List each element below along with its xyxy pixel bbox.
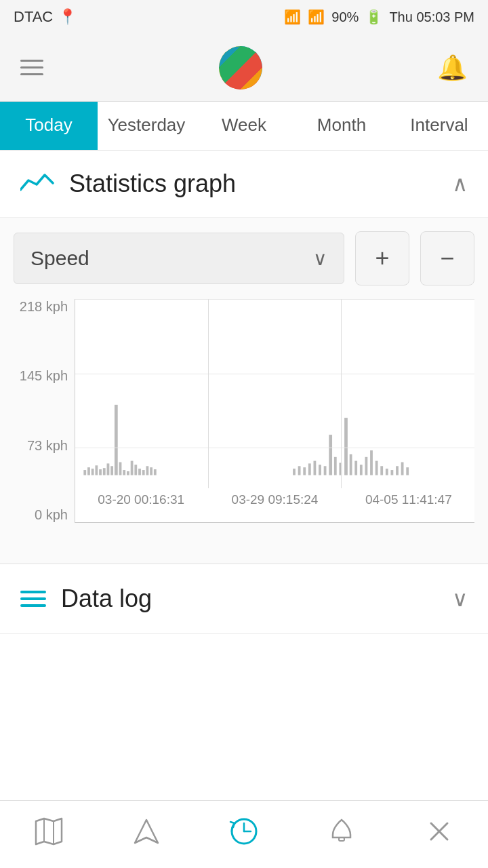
y-axis: 218 kph 145 kph 73 kph 0 kph — [14, 299, 75, 523]
svg-rect-3 — [95, 465, 98, 475]
status-right: 📶 📶 90% 🔋 Thu 05:03 PM — [284, 9, 474, 25]
nav-history[interactable] — [195, 801, 293, 868]
svg-rect-33 — [365, 457, 368, 475]
tab-month[interactable]: Month — [293, 102, 390, 150]
svg-rect-24 — [319, 465, 321, 475]
v-line-2 — [341, 299, 342, 488]
svg-rect-11 — [127, 471, 129, 475]
svg-rect-49 — [339, 837, 344, 841]
nav-navigate[interactable] — [98, 801, 195, 868]
h-line-mid2 — [75, 448, 474, 448]
svg-rect-16 — [146, 466, 149, 475]
tab-bar: Today Yesterday Week Month Interval — [0, 102, 488, 151]
bottom-nav — [0, 800, 488, 868]
data-log-header[interactable]: Data log ∨ — [0, 564, 488, 634]
x-label-2: 03-29 09:15:24 — [209, 492, 340, 522]
close-icon — [426, 818, 453, 851]
svg-rect-5 — [103, 468, 106, 475]
svg-rect-14 — [138, 469, 141, 475]
svg-rect-17 — [150, 467, 152, 475]
svg-rect-34 — [370, 450, 373, 475]
x-axis: 03-20 00:16:31 03-29 09:15:24 04-05 11:4… — [75, 488, 474, 522]
nav-alerts[interactable] — [293, 801, 390, 868]
svg-marker-42 — [36, 818, 62, 844]
bar-chart — [75, 299, 474, 488]
svg-rect-20 — [298, 466, 301, 475]
status-bar: DTAC 📍 📶 📶 90% 🔋 Thu 05:03 PM — [0, 0, 488, 34]
y-label-mid2: 73 kph — [27, 438, 68, 454]
wifi-icon: 📶 — [284, 9, 301, 25]
svg-rect-41 — [406, 467, 409, 475]
x-label-1: 03-20 00:16:31 — [75, 492, 207, 522]
svg-rect-37 — [386, 469, 388, 475]
navigate-icon — [132, 817, 161, 852]
carrier-label: DTAC — [14, 8, 53, 26]
menu-icon[interactable] — [20, 60, 43, 75]
tab-yesterday[interactable]: Yesterday — [98, 102, 195, 150]
battery-icon: 🔋 — [365, 9, 382, 25]
svg-rect-13 — [134, 465, 137, 475]
svg-rect-32 — [360, 465, 363, 475]
svg-rect-18 — [154, 469, 157, 475]
statistics-chevron-icon[interactable]: ∧ — [452, 171, 468, 197]
svg-rect-36 — [380, 466, 383, 475]
dropdown-value: Speed — [30, 247, 89, 270]
y-label-mid1: 145 kph — [20, 368, 68, 384]
nav-close[interactable] — [390, 801, 488, 868]
alerts-icon — [327, 817, 356, 852]
svg-rect-35 — [375, 461, 378, 475]
content-area — [0, 634, 488, 824]
location-icon: 📍 — [58, 8, 77, 26]
svg-rect-38 — [391, 470, 394, 475]
v-line-1 — [208, 299, 209, 488]
tab-week[interactable]: Week — [195, 102, 293, 150]
data-log-chevron-icon[interactable]: ∨ — [452, 586, 468, 612]
x-label-3: 04-05 11:41:47 — [343, 492, 474, 522]
data-log-title: Data log — [61, 585, 452, 613]
metric-dropdown[interactable]: Speed ∨ — [14, 233, 344, 284]
zoom-in-button[interactable]: + — [355, 231, 409, 285]
statistics-graph-header: Statistics graph ∧ — [0, 151, 488, 218]
svg-rect-19 — [293, 469, 296, 475]
data-log-icon — [20, 591, 46, 607]
svg-rect-12 — [131, 461, 134, 475]
svg-rect-29 — [344, 418, 348, 475]
svg-rect-21 — [303, 467, 306, 475]
graph-container: Speed ∨ + − 218 kph 145 kph 73 kph 0 kph — [0, 218, 488, 564]
signal-icon: 📶 — [308, 9, 325, 25]
svg-rect-10 — [123, 470, 125, 475]
svg-marker-45 — [135, 820, 158, 843]
svg-rect-23 — [314, 461, 317, 475]
svg-rect-30 — [350, 454, 352, 475]
nav-map[interactable] — [0, 801, 98, 868]
svg-rect-8 — [115, 405, 118, 475]
graph-controls: Speed ∨ + − — [14, 231, 474, 285]
svg-rect-22 — [308, 463, 311, 475]
zoom-out-button[interactable]: − — [420, 231, 474, 285]
map-icon — [35, 817, 63, 852]
svg-rect-31 — [354, 461, 357, 475]
app-logo — [219, 46, 262, 90]
h-line-mid1 — [75, 374, 474, 374]
svg-rect-4 — [99, 469, 102, 475]
chart-wrapper: 218 kph 145 kph 73 kph 0 kph — [14, 299, 474, 557]
dropdown-chevron-icon: ∨ — [313, 248, 327, 270]
tab-today[interactable]: Today — [0, 102, 98, 150]
svg-rect-39 — [396, 466, 399, 475]
time-label: Thu 05:03 PM — [389, 9, 474, 25]
y-label-bottom: 0 kph — [35, 507, 68, 523]
tab-interval[interactable]: Interval — [390, 102, 488, 150]
svg-rect-0 — [83, 470, 86, 475]
battery-label: 90% — [331, 9, 359, 25]
svg-rect-40 — [401, 462, 404, 475]
status-left: DTAC 📍 — [14, 8, 77, 26]
svg-rect-26 — [329, 435, 332, 475]
history-icon — [229, 816, 259, 852]
notification-bell-icon[interactable]: 🔔 — [437, 54, 468, 82]
svg-rect-2 — [92, 469, 94, 475]
h-line-top — [75, 299, 474, 300]
svg-rect-6 — [107, 463, 110, 475]
svg-rect-7 — [110, 466, 113, 475]
top-nav: 🔔 — [0, 34, 488, 102]
svg-rect-15 — [142, 470, 145, 475]
